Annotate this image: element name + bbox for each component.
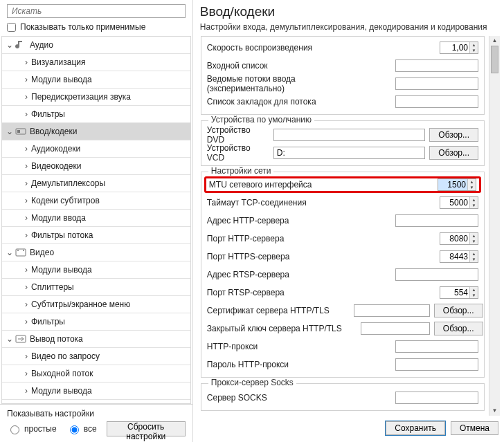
chevron-down-icon[interactable]: ⌄: [5, 334, 15, 344]
tree-item-9[interactable]: ›Кодеки субтитров: [2, 192, 190, 210]
input-list-input[interactable]: [395, 59, 478, 72]
search-input[interactable]: [7, 4, 186, 18]
tree-item-7[interactable]: ›Видеокодеки: [2, 158, 190, 175]
dvd-browse-button[interactable]: Обзор...: [429, 128, 478, 142]
tree-item-17[interactable]: ⌄Вывод потока: [2, 331, 190, 348]
socks-group: Прокси-сервер Socks Сервер SOCKS: [201, 383, 485, 411]
save-button[interactable]: Сохранить: [386, 421, 445, 435]
chevron-down-icon[interactable]: ⌄: [5, 127, 15, 136]
svg-point-4: [23, 250, 24, 251]
tree-item-13[interactable]: ›Модули вывода: [2, 261, 190, 279]
audio-icon: [15, 39, 27, 51]
tls-cert-browse-button[interactable]: Обзор...: [434, 304, 483, 317]
chevron-right-icon[interactable]: ›: [21, 265, 31, 275]
chevron-right-icon[interactable]: ›: [21, 282, 31, 292]
chevron-right-icon[interactable]: ›: [21, 351, 31, 361]
vcd-browse-button[interactable]: Обзор...: [429, 146, 478, 160]
tls-key-browse-button[interactable]: Обзор...: [434, 322, 483, 335]
tree-item-20[interactable]: ›Модули вывода: [2, 383, 190, 400]
svg-point-3: [17, 250, 19, 251]
tree-item-3[interactable]: ›Передискретизация звука: [2, 89, 190, 106]
chevron-right-icon[interactable]: ›: [21, 92, 31, 102]
tree-item-10[interactable]: ›Модули ввода: [2, 210, 190, 227]
bookmarks-input[interactable]: [395, 95, 478, 108]
tree-item-label: Фильтры: [31, 317, 65, 326]
tree-item-label: Видеокодеки: [31, 161, 81, 171]
tree-item-label: Демультиплексоры: [31, 178, 105, 188]
rtsp-port-label: Порт RTSP-сервера: [207, 288, 345, 297]
tree-item-6[interactable]: ›Аудиокодеки: [2, 140, 190, 158]
vcd-input[interactable]: [273, 147, 426, 159]
chevron-up-icon[interactable]: ▲: [489, 36, 500, 46]
spin-arrows[interactable]: ▲▼: [467, 179, 476, 190]
chevron-right-icon[interactable]: ›: [21, 144, 31, 154]
tree-item-label: Фильтры потока: [31, 230, 93, 240]
tls-key-input[interactable]: [361, 322, 430, 335]
chevron-right-icon[interactable]: ›: [21, 161, 31, 171]
tree-item-18[interactable]: ›Видео по запросу: [2, 348, 190, 365]
codec-icon: [15, 125, 27, 138]
tree-item-15[interactable]: ›Субтитры/экранное меню: [2, 296, 190, 313]
tree-item-label: Модули вывода: [31, 265, 92, 275]
tree-item-0[interactable]: ⌄Аудио: [2, 37, 190, 54]
chevron-down-icon[interactable]: ⌄: [5, 40, 15, 50]
chevron-down-icon[interactable]: ▼: [489, 406, 500, 416]
http-port-label: Порт HTTP-сервера: [207, 234, 345, 243]
http-proxy-input[interactable]: [395, 340, 478, 353]
chevron-right-icon[interactable]: ›: [21, 386, 31, 396]
reset-button[interactable]: Сбросить настройки: [107, 421, 186, 436]
chevron-right-icon[interactable]: ›: [21, 300, 31, 309]
tree-item-label: Модули вывода: [31, 386, 92, 396]
dvd-input[interactable]: [273, 129, 426, 141]
tree-item-14[interactable]: ›Сплиттеры: [2, 279, 190, 296]
cancel-button[interactable]: Отмена: [451, 421, 498, 435]
stream-icon: [15, 333, 27, 345]
settings-tree[interactable]: ⌄Аудио›Визуализация›Модули вывода›Переди…: [1, 36, 191, 404]
sidebar-footer: Показывать настройки простые все Сбросит…: [0, 404, 192, 442]
chevron-right-icon[interactable]: ›: [21, 369, 31, 378]
tree-item-19[interactable]: ›Выходной поток: [2, 365, 190, 383]
only-applicable-checkbox[interactable]: [7, 23, 16, 32]
tree-item-8[interactable]: ›Демультиплексоры: [2, 175, 190, 192]
chevron-right-icon[interactable]: ›: [21, 57, 31, 67]
page-subtitle: Настройки входа, демультиплексирования, …: [200, 22, 500, 32]
tree-item-label: Видео по запросу: [31, 351, 100, 361]
chevron-down-icon[interactable]: ⌄: [5, 248, 15, 257]
socks-server-input[interactable]: [395, 392, 478, 404]
chevron-right-icon[interactable]: ›: [21, 75, 31, 84]
rtsp-addr-input[interactable]: [395, 268, 478, 281]
scrollbar-thumb[interactable]: [491, 46, 498, 73]
show-settings-title: Показывать настройки: [7, 409, 186, 418]
tree-item-label: Аудио: [30, 40, 53, 50]
tree-item-1[interactable]: ›Визуализация: [2, 54, 190, 71]
spin-arrows[interactable]: ▲▼: [469, 42, 478, 53]
tree-item-5[interactable]: ⌄Ввод/кодеки: [2, 123, 190, 140]
tree-item-16[interactable]: ›Фильтры: [2, 313, 190, 331]
vertical-scrollbar[interactable]: ▲ ▼: [489, 36, 500, 416]
tree-item-label: Сплиттеры: [31, 282, 74, 292]
tree-item-label: Вывод потока: [30, 334, 83, 344]
radio-all[interactable]: все: [66, 423, 97, 434]
http-proxy-label: HTTP-прокси: [207, 342, 345, 351]
tree-item-12[interactable]: ⌄Видео: [2, 244, 190, 261]
chevron-right-icon[interactable]: ›: [21, 109, 31, 119]
vcd-label: Устройство VCD: [207, 143, 269, 163]
bookmarks-label: Список закладок для потока: [207, 97, 345, 107]
http-proxy-pass-input[interactable]: [395, 358, 478, 371]
chevron-right-icon[interactable]: ›: [21, 178, 31, 188]
tree-item-11[interactable]: ›Фильтры потока: [2, 227, 190, 244]
chevron-right-icon[interactable]: ›: [21, 196, 31, 205]
tree-item-label: Модули вывода: [31, 75, 92, 84]
tls-cert-input[interactable]: [354, 304, 430, 317]
chevron-right-icon[interactable]: ›: [21, 230, 31, 240]
chevron-right-icon[interactable]: ›: [21, 317, 31, 326]
radio-simple[interactable]: простые: [7, 423, 57, 434]
input-list-label: Входной список: [207, 61, 345, 71]
tree-item-4[interactable]: ›Фильтры: [2, 106, 190, 123]
main-panel: Ввод/кодеки Настройки входа, демультипле…: [193, 0, 504, 442]
slave-inputs-input[interactable]: [395, 77, 478, 90]
http-proxy-pass-label: Пароль HTTP-прокси: [207, 360, 345, 369]
http-addr-input[interactable]: [395, 214, 478, 227]
tree-item-2[interactable]: ›Модули вывода: [2, 71, 190, 89]
chevron-right-icon[interactable]: ›: [21, 213, 31, 223]
